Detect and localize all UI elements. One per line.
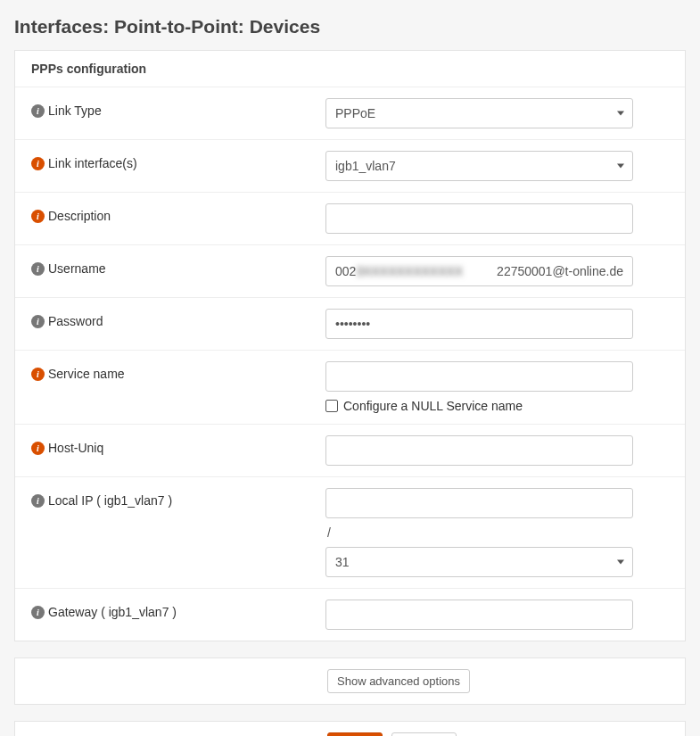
username-redacted: 3XXXXXXXXXXXX xyxy=(356,264,497,278)
null-service-checkbox[interactable] xyxy=(325,400,338,412)
info-icon[interactable]: i xyxy=(31,606,45,619)
advanced-row: Show advanced options xyxy=(15,658,685,704)
label-service-name: i Service name xyxy=(31,361,325,381)
cancel-button[interactable]: Cancel xyxy=(391,732,457,736)
actions-panel: Save Cancel xyxy=(14,721,686,736)
label-text: Link interface(s) xyxy=(48,156,137,170)
ppp-config-panel: PPPs configuration i Link Type PPPoE i L… xyxy=(14,50,686,641)
label-password: i Password xyxy=(31,309,325,328)
page-title: Interfaces: Point-to-Point: Devices xyxy=(0,0,700,50)
label-text: Gateway ( igb1_vlan7 ) xyxy=(48,605,177,619)
info-icon[interactable]: i xyxy=(31,262,45,276)
row-password: i Password xyxy=(15,298,685,351)
label-link-interfaces: i Link interface(s) xyxy=(31,151,325,170)
link-type-value: PPPoE xyxy=(335,106,375,120)
info-icon[interactable]: i xyxy=(31,494,45,508)
info-icon[interactable]: i xyxy=(31,315,45,328)
link-interfaces-select[interactable]: igb1_vlan7 xyxy=(325,151,633,181)
label-local-ip: i Local IP ( igb1_vlan7 ) xyxy=(31,488,325,508)
link-type-select[interactable]: PPPoE xyxy=(325,98,633,128)
label-text: Host-Uniq xyxy=(48,441,103,455)
username-prefix: 002 xyxy=(335,264,356,278)
gateway-input[interactable] xyxy=(325,600,633,630)
show-advanced-button[interactable]: Show advanced options xyxy=(327,669,470,693)
info-icon[interactable]: i xyxy=(31,368,45,381)
username-suffix: 22750001@t-online.de xyxy=(497,264,623,278)
actions-row: Save Cancel xyxy=(15,722,685,736)
row-local-ip: i Local IP ( igb1_vlan7 ) / 31 xyxy=(15,477,685,589)
label-text: Password xyxy=(48,314,103,328)
panel-header: PPPs configuration xyxy=(15,51,685,87)
row-service-name: i Service name Configure a NULL Service … xyxy=(15,351,685,425)
row-username: i Username 002 3XXXXXXXXXXXX 22750001@t-… xyxy=(15,245,685,298)
row-host-uniq: i Host-Uniq xyxy=(15,425,685,477)
row-link-interfaces: i Link interface(s) igb1_vlan7 xyxy=(15,140,685,193)
link-interfaces-value: igb1_vlan7 xyxy=(335,159,396,173)
label-host-uniq: i Host-Uniq xyxy=(31,435,325,455)
description-input[interactable] xyxy=(325,203,633,234)
label-gateway: i Gateway ( igb1_vlan7 ) xyxy=(31,600,325,619)
host-uniq-input[interactable] xyxy=(325,435,633,466)
local-ip-input[interactable] xyxy=(325,488,633,518)
save-button[interactable]: Save xyxy=(327,732,383,736)
info-icon[interactable]: i xyxy=(31,210,45,223)
label-text: Service name xyxy=(48,367,125,381)
row-gateway: i Gateway ( igb1_vlan7 ) xyxy=(15,589,685,641)
info-icon[interactable]: i xyxy=(31,157,45,170)
chevron-down-icon xyxy=(617,164,624,169)
info-icon[interactable]: i xyxy=(31,104,45,118)
label-text: Username xyxy=(48,261,106,276)
label-text: Description xyxy=(48,209,111,223)
subnet-select[interactable]: 31 xyxy=(325,547,633,577)
row-link-type: i Link Type PPPoE xyxy=(15,87,685,140)
label-text: Link Type xyxy=(48,103,102,118)
username-input[interactable]: 002 3XXXXXXXXXXXX 22750001@t-online.de xyxy=(325,256,633,286)
label-link-type: i Link Type xyxy=(31,98,325,118)
label-username: i Username xyxy=(31,256,325,276)
chevron-down-icon xyxy=(617,560,624,565)
password-input[interactable] xyxy=(325,309,633,339)
service-name-input[interactable] xyxy=(325,361,633,392)
null-service-checkbox-row: Configure a NULL Service name xyxy=(325,399,669,413)
subnet-separator: / xyxy=(325,525,669,540)
null-service-label: Configure a NULL Service name xyxy=(343,399,523,413)
label-description: i Description xyxy=(31,203,325,223)
info-icon[interactable]: i xyxy=(31,442,45,455)
subnet-value: 31 xyxy=(335,555,350,569)
chevron-down-icon xyxy=(617,112,624,116)
row-description: i Description xyxy=(15,193,685,245)
advanced-panel: Show advanced options xyxy=(14,657,686,705)
label-text: Local IP ( igb1_vlan7 ) xyxy=(48,493,172,508)
